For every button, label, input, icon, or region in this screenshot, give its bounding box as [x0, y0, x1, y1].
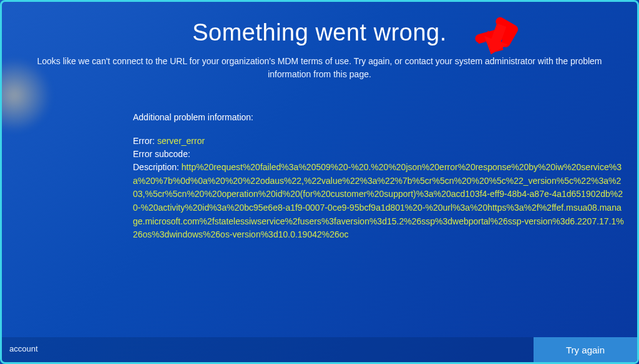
error-description-label: Description: [133, 162, 179, 172]
error-subcode-label: Error subcode: [133, 149, 190, 159]
problem-info-section: Additional problem information: Error: s… [133, 112, 625, 242]
account-link[interactable]: account [2, 337, 46, 362]
error-description-value: http%20request%20failed%3a%20509%20-%20.… [133, 162, 624, 239]
page-subtitle: Looks like we can't connect to the URL f… [8, 55, 631, 81]
bottom-bar: account Try again [2, 337, 637, 362]
problem-heading: Additional problem information: [133, 112, 625, 122]
error-value: server_error [157, 136, 205, 146]
error-description-row: Description: http%20request%20failed%3a%… [133, 161, 625, 242]
error-label: Error: [133, 136, 155, 146]
error-screen: Something went wrong. Looks like we can'… [2, 2, 637, 242]
error-subcode-row: Error subcode: [133, 148, 625, 161]
page-title: Something went wrong. [8, 19, 631, 46]
try-again-button[interactable]: Try again [534, 337, 637, 362]
error-row: Error: server_error [133, 135, 625, 148]
